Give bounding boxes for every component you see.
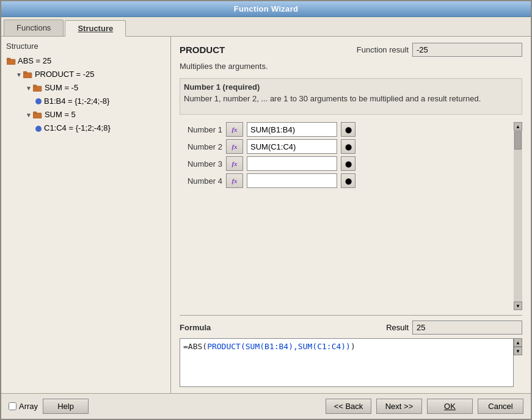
- svg-rect-7: [33, 112, 37, 114]
- arrow-product: ▼: [16, 70, 22, 80]
- formula-highlight: PRODUCT(SUM(B1:B4),SUM(C1:C4)): [207, 342, 351, 351]
- svg-rect-4: [33, 86, 42, 92]
- function-name: PRODUCT: [180, 45, 357, 55]
- formula-area: Formula Result =ABS(PRODUCT(SUM(B1:B4),S…: [180, 315, 522, 387]
- formula-box[interactable]: =ABS(PRODUCT(SUM(B1:B4),SUM(C1:C4))): [180, 338, 514, 387]
- param-row-3: Number 3 fx ⬤: [180, 156, 514, 171]
- formula-suffix: ): [351, 342, 355, 351]
- tree-item-sum1[interactable]: ▼ SUM = -5: [6, 81, 166, 95]
- main-content: Structure ABS = 25 ▼: [1, 37, 531, 393]
- param-input-3[interactable]: [247, 156, 337, 171]
- param-label-3: Number 3: [180, 159, 222, 168]
- title-bar: Function Wizard: [1, 1, 531, 17]
- param-row-4: Number 4 fx ⬤: [180, 173, 514, 188]
- param-input-4[interactable]: [247, 173, 337, 188]
- fx-icon-1: fx: [231, 126, 237, 133]
- param-description-title: Number 1 (required): [184, 82, 518, 92]
- function-header: PRODUCT Function result: [180, 43, 522, 57]
- folder-icon-sum1: [33, 84, 43, 92]
- function-result-label: Function result: [357, 45, 409, 54]
- folder-icon-sum2: [33, 110, 43, 119]
- scroll-up-btn[interactable]: ▲: [514, 122, 522, 131]
- fx-button-3[interactable]: fx: [226, 156, 243, 171]
- param-input-2[interactable]: [247, 139, 337, 154]
- svg-rect-1: [7, 58, 10, 60]
- bottom-bar: Array Help << Back Next >> OK Cancel: [1, 393, 531, 419]
- arrow-sum2: ▼: [26, 110, 32, 120]
- param-label-1: Number 1: [180, 125, 222, 134]
- back-button[interactable]: << Back: [326, 399, 371, 414]
- params-section: Number 1 fx ⬤ Number 2: [180, 122, 514, 304]
- shrink-btn-3[interactable]: ⬤: [341, 156, 355, 171]
- tree-item-abs[interactable]: ABS = 25: [6, 54, 166, 68]
- tabs-row: Functions Structure: [1, 17, 531, 37]
- tree-item-c1c4[interactable]: C1:C4 = {-1;2;-4;8}: [6, 121, 166, 135]
- tree-label-b1b4: B1:B4 = {1;-2;4;-8}: [44, 95, 109, 108]
- tree-label-product: PRODUCT = -25: [35, 68, 95, 81]
- fx-button-2[interactable]: fx: [226, 139, 243, 154]
- tree-item-product[interactable]: ▼ PRODUCT = -25: [6, 68, 166, 81]
- formula-prefix: =ABS(: [183, 342, 207, 351]
- array-checkbox[interactable]: [9, 402, 16, 410]
- svg-rect-5: [33, 85, 37, 87]
- fx-icon-4: fx: [231, 177, 237, 184]
- fx-button-4[interactable]: fx: [226, 173, 243, 188]
- tree-label-c1c4: C1:C4 = {-1;2;-4;8}: [44, 121, 111, 135]
- cancel-button[interactable]: Cancel: [478, 399, 523, 414]
- tree-item-sum2[interactable]: ▼ SUM = 5: [6, 108, 166, 121]
- next-button[interactable]: Next >>: [376, 399, 422, 414]
- dialog-title: Function Wizard: [234, 4, 299, 13]
- shrink-icon-4: ⬤: [345, 178, 352, 184]
- help-button[interactable]: Help: [43, 399, 89, 414]
- param-description-box: Number 1 (required) Number 1, number 2, …: [180, 78, 522, 115]
- param-row-2: Number 2 fx ⬤: [180, 139, 514, 154]
- bullet-b1b4: [35, 98, 42, 104]
- param-input-1[interactable]: [247, 122, 337, 137]
- svg-rect-2: [23, 73, 32, 78]
- shrink-icon-1: ⬤: [345, 126, 352, 133]
- param-row-1: Number 1 fx ⬤: [180, 122, 514, 137]
- function-result-input[interactable]: [412, 43, 522, 57]
- formula-result-row: Formula Result: [180, 320, 522, 335]
- formula-label: Formula: [180, 323, 386, 332]
- tree-item-b1b4[interactable]: B1:B4 = {1;-2;4;-8}: [6, 95, 166, 108]
- bullet-c1c4: [35, 126, 42, 132]
- result-value-input[interactable]: [412, 320, 522, 335]
- fx-icon-2: fx: [231, 143, 237, 150]
- tab-structure[interactable]: Structure: [65, 20, 126, 37]
- tree-container: ABS = 25 ▼ PRODUCT = -25 ▼: [6, 54, 166, 388]
- function-description: Multiplies the arguments.: [180, 62, 522, 71]
- structure-label: Structure: [6, 42, 166, 51]
- folder-icon-abs: [6, 57, 16, 65]
- tree-label-sum1: SUM = -5: [45, 81, 78, 95]
- param-label-4: Number 4: [180, 176, 222, 186]
- svg-rect-6: [33, 113, 42, 118]
- formula-scroll-up[interactable]: ▲: [514, 338, 522, 347]
- shrink-btn-4[interactable]: ⬤: [341, 173, 355, 188]
- dialog: Function Wizard Functions Structure Stru…: [0, 0, 532, 420]
- params-scrollbar[interactable]: ▲ ▼: [514, 122, 522, 310]
- array-checkbox-group: Array: [9, 402, 38, 411]
- formula-scroll-down[interactable]: ▼: [514, 347, 522, 355]
- svg-rect-0: [7, 59, 15, 65]
- shrink-btn-1[interactable]: ⬤: [341, 122, 355, 137]
- scroll-thumb[interactable]: [514, 131, 522, 150]
- fx-button-1[interactable]: fx: [226, 122, 243, 137]
- right-panel: PRODUCT Function result Multiplies the a…: [171, 37, 531, 393]
- result-label: Result: [386, 323, 409, 332]
- left-panel: Structure ABS = 25 ▼: [1, 37, 171, 393]
- param-label-2: Number 2: [180, 142, 222, 151]
- arrow-sum1: ▼: [26, 83, 32, 93]
- scroll-down-btn[interactable]: ▼: [514, 302, 522, 310]
- tree-label-sum2: SUM = 5: [45, 108, 76, 121]
- shrink-btn-2[interactable]: ⬤: [341, 139, 355, 154]
- tab-functions[interactable]: Functions: [4, 20, 64, 36]
- shrink-icon-3: ⬤: [345, 161, 352, 167]
- folder-icon-product: [23, 70, 33, 79]
- tree-label-abs: ABS = 25: [18, 54, 51, 68]
- array-label[interactable]: Array: [19, 402, 38, 411]
- shrink-icon-2: ⬤: [345, 143, 352, 150]
- param-description-text: Number 1, number 2, ... are 1 to 30 argu…: [184, 94, 518, 103]
- ok-button[interactable]: OK: [427, 399, 473, 414]
- formula-scrollbar[interactable]: ▲ ▼: [514, 338, 522, 355]
